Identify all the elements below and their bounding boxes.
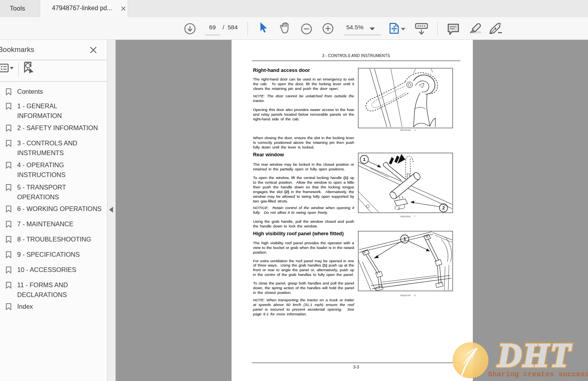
svg-text:DHT: DHT xyxy=(497,336,572,374)
